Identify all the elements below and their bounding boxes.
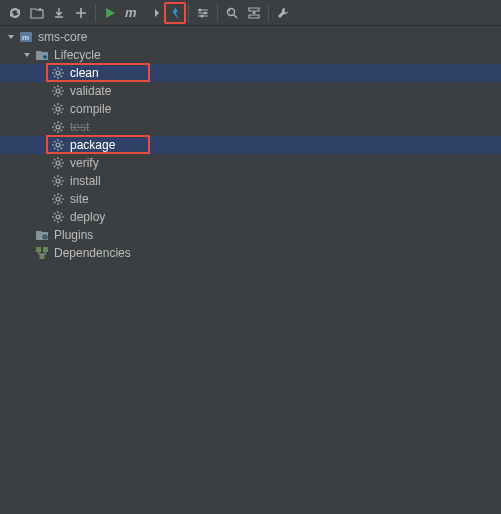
tree-node-clean[interactable]: clean xyxy=(0,64,501,82)
maven-toolbar xyxy=(0,0,501,26)
deps-icon xyxy=(34,245,50,261)
refresh-icon[interactable] xyxy=(4,2,26,24)
tree-node-label: site xyxy=(70,190,89,208)
gear-icon xyxy=(50,119,66,135)
tree-node-plugins[interactable]: Plugins xyxy=(0,226,501,244)
tree-node-label: deploy xyxy=(70,208,105,226)
collapse-icon[interactable] xyxy=(243,2,265,24)
toolbar-separator xyxy=(268,4,269,22)
toolbar-separator xyxy=(95,4,96,22)
settings-sliders-icon[interactable] xyxy=(192,2,214,24)
gear-icon xyxy=(50,65,66,81)
tree-node-label: install xyxy=(70,172,101,190)
add-icon[interactable] xyxy=(70,2,92,24)
tree-node-label: clean xyxy=(70,64,99,82)
download-icon[interactable] xyxy=(48,2,70,24)
tree-node-test[interactable]: test xyxy=(0,118,501,136)
tree-node-verify[interactable]: verify xyxy=(0,154,501,172)
run-icon[interactable] xyxy=(99,2,121,24)
tree-node-label: compile xyxy=(70,100,111,118)
tree-node-deploy[interactable]: deploy xyxy=(0,208,501,226)
tree-node-package[interactable]: package xyxy=(0,136,501,154)
gear-icon xyxy=(50,209,66,225)
find-icon[interactable] xyxy=(221,2,243,24)
tree-node-label: Dependencies xyxy=(54,244,131,262)
tree-node-label: validate xyxy=(70,82,111,100)
tree-node-site[interactable]: site xyxy=(0,190,501,208)
tree-node-install[interactable]: install xyxy=(0,172,501,190)
tree-node-label: verify xyxy=(70,154,99,172)
folder-plugins-icon xyxy=(34,227,50,243)
tree-node-dependencies[interactable]: Dependencies xyxy=(0,244,501,262)
tree-node-lifecycle[interactable]: Lifecycle xyxy=(0,46,501,64)
maven-project-icon xyxy=(18,29,34,45)
add-project-icon[interactable] xyxy=(26,2,48,24)
maven-projects-tree: sms-coreLifecyclecleanvalidatecompiletes… xyxy=(0,26,501,264)
m-icon[interactable] xyxy=(121,2,143,24)
gear-icon xyxy=(50,191,66,207)
toolbar-separator xyxy=(188,4,189,22)
wrench-icon[interactable] xyxy=(272,2,294,24)
tree-node-label: test xyxy=(70,118,89,136)
tree-node-label: package xyxy=(70,136,115,154)
tree-node-label: Lifecycle xyxy=(54,46,101,64)
folder-cycle-icon xyxy=(34,47,50,63)
gear-icon xyxy=(50,155,66,171)
gear-icon xyxy=(50,83,66,99)
chevron-down-icon[interactable] xyxy=(20,48,34,62)
tree-node-label: Plugins xyxy=(54,226,93,244)
tree-node-label: sms-core xyxy=(38,28,87,46)
tree-node-sms-core[interactable]: sms-core xyxy=(0,28,501,46)
tree-node-compile[interactable]: compile xyxy=(0,100,501,118)
gear-icon xyxy=(50,173,66,189)
gear-icon xyxy=(50,101,66,117)
skip-tests-icon[interactable] xyxy=(143,2,165,24)
offline-icon[interactable] xyxy=(164,2,186,24)
gear-icon xyxy=(50,137,66,153)
tree-node-validate[interactable]: validate xyxy=(0,82,501,100)
chevron-down-icon[interactable] xyxy=(4,30,18,44)
toolbar-separator xyxy=(217,4,218,22)
